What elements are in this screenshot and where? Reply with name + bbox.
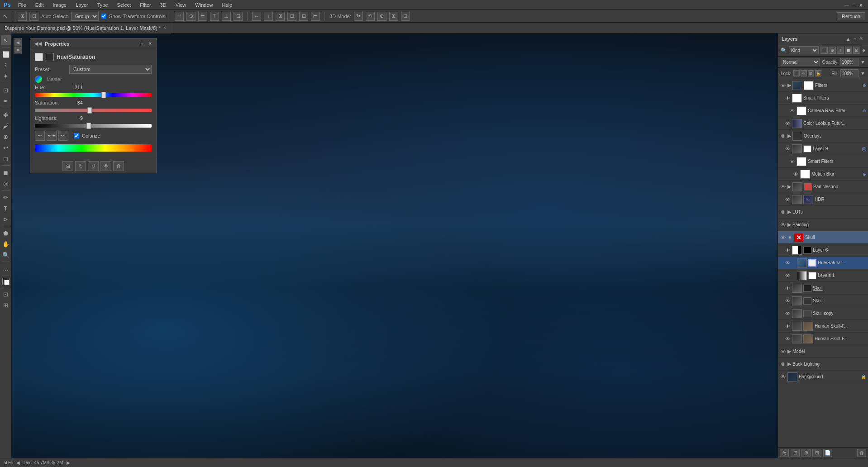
layer-eye-hs[interactable]: 👁 xyxy=(784,260,791,266)
menu-type[interactable]: Type xyxy=(94,1,112,9)
panel-header[interactable]: ◀◀ Properties ≡ ✕ xyxy=(30,38,156,49)
blur-tool[interactable]: ◎ xyxy=(1,178,11,188)
quick-mask-btn[interactable]: ⊡ xyxy=(1,289,11,299)
menu-layer[interactable]: Layer xyxy=(72,1,92,9)
filter-adjust-btn[interactable]: ⊕ xyxy=(829,47,836,54)
layer-eye-painting[interactable]: 👁 xyxy=(780,222,786,228)
hue-slider[interactable] xyxy=(35,92,152,98)
lock-artboard-btn[interactable]: ⊡ xyxy=(808,70,814,76)
add-mask-btn[interactable]: ⊡ xyxy=(791,449,800,457)
layer-item-sf2[interactable]: 👁 Smart Filters xyxy=(778,155,868,168)
layer-item-back-lighting[interactable]: 👁 ▶ Back Lighting xyxy=(778,358,868,371)
eyedropper-btn-add[interactable]: ✒+ xyxy=(47,131,57,141)
dist-v-icon[interactable]: ↕ xyxy=(264,12,273,21)
retouch-button[interactable]: Retouch xyxy=(837,12,865,20)
menu-image[interactable]: Image xyxy=(49,1,71,9)
layer-item-model[interactable]: 👁 ▶ Model xyxy=(778,345,868,358)
layer-item-human-skull-2[interactable]: 👁 Human Skull-F... xyxy=(778,333,868,345)
saturation-value[interactable]: 34 xyxy=(69,100,83,105)
pen-tool[interactable]: ✏ xyxy=(1,192,11,202)
heal-tool[interactable]: ✤ xyxy=(1,110,11,120)
menu-file[interactable]: File xyxy=(14,1,30,9)
lightness-value[interactable]: -9 xyxy=(69,115,83,121)
layer-item-hue-sat[interactable]: 👁 Hue/Saturat... xyxy=(778,257,868,269)
layer-eye-bg[interactable]: 👁 xyxy=(780,374,786,380)
panel-close-btn[interactable]: ✕ xyxy=(147,41,153,47)
opacity-input[interactable] xyxy=(840,58,858,66)
delete-layer-btn[interactable]: 🗑 xyxy=(857,449,866,457)
tab-close-button[interactable]: × xyxy=(163,25,166,30)
layer-eye-skull2[interactable]: 👁 xyxy=(784,298,791,304)
options-btn-1[interactable]: ⊞ xyxy=(18,12,27,21)
filter-type-btn[interactable]: T xyxy=(837,47,844,54)
dist-icon-3[interactable]: ⊞ xyxy=(276,12,285,21)
menu-edit[interactable]: Edit xyxy=(32,1,48,9)
move-tool[interactable]: ↖ xyxy=(1,35,11,45)
add-fx-btn[interactable]: fx xyxy=(780,449,789,457)
filter-pixel-btn[interactable]: ⬛ xyxy=(820,47,828,54)
eyedropper-tool[interactable]: ✒ xyxy=(1,96,11,106)
3d-btn-3[interactable]: ⊕ xyxy=(377,12,386,21)
add-layer-btn[interactable]: 📄 xyxy=(823,449,832,457)
saturation-thumb[interactable] xyxy=(87,107,92,114)
stamp-tool[interactable]: ⊕ xyxy=(1,132,11,142)
layer-eye-overlays[interactable]: 👁 xyxy=(780,133,786,139)
options-btn-2[interactable]: ⊟ xyxy=(29,12,38,21)
lock-all-btn[interactable]: 🔒 xyxy=(815,70,821,76)
hue-thumb[interactable] xyxy=(101,92,106,98)
layers-close-btn[interactable]: ✕ xyxy=(858,36,864,42)
foreground-color[interactable] xyxy=(2,278,10,285)
opacity-arrow[interactable]: ▼ xyxy=(860,59,865,65)
layer-item-human-skull-1[interactable]: 👁 Human Skull-F... xyxy=(778,320,868,333)
dist-icon-4[interactable]: ⊡ xyxy=(287,12,296,21)
layer-eye-bl[interactable]: 👁 xyxy=(780,362,786,367)
layer-eye-hdr[interactable]: 👁 xyxy=(784,197,791,202)
filter-shape-btn[interactable]: ◼ xyxy=(845,47,852,54)
3d-btn-4[interactable]: ⊞ xyxy=(389,12,398,21)
dist-icon-5[interactable]: ⊟ xyxy=(299,12,308,21)
layer-item-skull-layer[interactable]: 👁 Skull xyxy=(778,282,868,295)
colorize-checkbox[interactable] xyxy=(74,133,79,138)
toggle-visibility-btn[interactable]: 👁 xyxy=(100,161,111,171)
3d-btn-1[interactable]: ↻ xyxy=(354,12,363,21)
menu-help[interactable]: Help xyxy=(218,1,236,9)
text-tool[interactable]: T xyxy=(1,203,11,213)
history-tool[interactable]: ↩ xyxy=(1,143,11,152)
clip-to-layer-btn[interactable]: ⊞ xyxy=(62,161,73,171)
layer-eye-levels1[interactable]: 👁 xyxy=(784,273,791,278)
layer-item-skull-copy[interactable]: 👁 Skull copy xyxy=(778,307,868,320)
filter-smart-btn[interactable]: ⊡ xyxy=(853,47,860,54)
layer-eye-skull-l[interactable]: 👁 xyxy=(784,286,791,291)
document-tab[interactable]: Disperse Your Demons.psd @ 50% (Hue/Satu… xyxy=(0,23,171,33)
3d-btn-2[interactable]: ⟲ xyxy=(366,12,375,21)
layer-eye-cr[interactable]: 👁 xyxy=(789,108,795,114)
layer-extra-l9[interactable]: ◎ xyxy=(862,146,866,152)
quick-select-tool[interactable]: ✦ xyxy=(1,71,11,81)
align-left-icon[interactable]: ⊣ xyxy=(175,12,184,21)
lock-position-btn[interactable]: ✏ xyxy=(801,70,807,76)
eraser-tool[interactable]: ◻ xyxy=(1,153,11,163)
layer-eye-skull-copy[interactable]: 👁 xyxy=(784,311,791,316)
panel-icon-btn[interactable]: ■ xyxy=(14,47,21,53)
layer-item-layer6[interactable]: 👁 Layer 6 xyxy=(778,244,868,257)
menu-select[interactable]: Select xyxy=(114,1,135,9)
panel-menu-btn[interactable]: ≡ xyxy=(139,41,145,47)
marquee-tool[interactable]: ⬜ xyxy=(1,49,11,59)
layers-filter-dropdown[interactable]: Kind xyxy=(789,46,819,54)
delete-btn[interactable]: 🗑 xyxy=(113,161,124,171)
status-arrow-left[interactable]: ◀ xyxy=(16,460,20,465)
layer-item-motion-blur[interactable]: 👁 Motion Blur ⊕ xyxy=(778,168,868,181)
align-bottom-icon[interactable]: ⊟ xyxy=(234,12,243,21)
layers-collapse-btn[interactable]: ▲ xyxy=(844,36,852,42)
layer-item-skull2[interactable]: 👁 Skull xyxy=(778,295,868,307)
layer-eye-l6[interactable]: 👁 xyxy=(784,248,791,253)
layer-eye-hs2[interactable]: 👁 xyxy=(784,336,791,342)
reset-btn[interactable]: ↺ xyxy=(88,161,99,171)
dist-h-icon[interactable]: ↔ xyxy=(252,12,261,21)
layer-eye-skull-group[interactable]: 👁 xyxy=(780,235,786,240)
layer-eye-mb[interactable]: 👁 xyxy=(792,172,799,177)
auto-select-dropdown[interactable]: Group Layer xyxy=(71,12,99,21)
layer-eye-model[interactable]: 👁 xyxy=(780,349,786,354)
fill-arrow[interactable]: ▼ xyxy=(860,71,865,76)
layer-item-hdr[interactable]: 👁 hdr HDR xyxy=(778,193,868,206)
